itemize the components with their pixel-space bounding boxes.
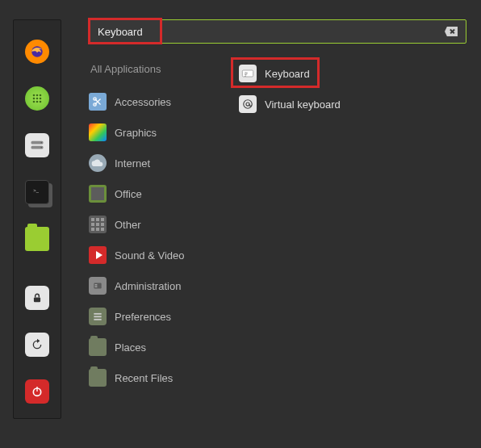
svg-rect-17 — [36, 387, 37, 391]
category-accessories[interactable]: Accessories — [89, 86, 224, 117]
category-recent-files[interactable]: Recent Files — [89, 362, 224, 393]
svg-point-2 — [36, 94, 39, 97]
category-label: Preferences — [115, 311, 171, 323]
category-label: Administration — [115, 280, 181, 292]
svg-text:>_: >_ — [33, 188, 39, 193]
category-label: Accessories — [115, 96, 171, 108]
folder-recent-icon — [89, 369, 107, 387]
svg-point-13 — [41, 147, 43, 149]
power-glyph — [31, 385, 44, 398]
firefox-icon[interactable] — [25, 40, 49, 64]
category-other[interactable]: Other — [89, 209, 224, 240]
preferences-icon — [89, 308, 107, 325]
svg-rect-20 — [94, 283, 101, 289]
svg-point-12 — [41, 142, 43, 144]
category-label: Office — [115, 188, 142, 200]
disks-glyph — [30, 140, 44, 151]
scissors-icon — [89, 93, 107, 111]
keyboard-icon: @2 — [239, 65, 257, 82]
search-row — [89, 19, 466, 44]
svg-point-30 — [246, 103, 249, 106]
terminal-icon[interactable]: >_ — [25, 180, 49, 204]
category-label: Places — [115, 341, 146, 354]
category-places[interactable]: Places — [89, 332, 224, 362]
firefox-glyph — [30, 44, 44, 59]
categories-list: All Applications Accessories Graphics In… — [89, 58, 224, 393]
category-graphics[interactable]: Graphics — [89, 117, 224, 148]
svg-rect-24 — [94, 316, 101, 317]
category-label: Other — [115, 219, 141, 231]
svg-point-9 — [40, 101, 42, 103]
category-internet[interactable]: Internet — [89, 148, 224, 178]
disks-icon[interactable] — [25, 133, 49, 157]
result-label: Keyboard — [265, 68, 310, 80]
admin-icon — [89, 277, 107, 295]
result-label: Virtual keyboard — [265, 98, 341, 111]
svg-rect-23 — [94, 313, 101, 315]
category-sound-video[interactable]: Sound & Video — [89, 240, 224, 270]
palette-icon — [89, 124, 107, 141]
menu-columns: All Applications Accessories Graphics In… — [89, 58, 473, 393]
power-icon[interactable] — [25, 379, 49, 404]
svg-rect-25 — [94, 319, 101, 320]
clear-search-button[interactable] — [445, 27, 458, 36]
lock-icon[interactable] — [25, 286, 49, 310]
reload-icon[interactable] — [25, 333, 49, 357]
result-virtual-keyboard[interactable]: Virtual keyboard — [234, 89, 473, 119]
at-icon — [239, 95, 257, 113]
svg-point-3 — [40, 94, 42, 97]
category-preferences[interactable]: Preferences — [89, 301, 224, 332]
favorites-sidebar: >_ — [13, 19, 61, 419]
category-label: Graphics — [115, 127, 157, 139]
terminal-glyph: >_ — [31, 186, 43, 198]
menu-body: All Applications Accessories Graphics In… — [89, 0, 481, 448]
office-icon — [89, 185, 107, 203]
apps-icon[interactable] — [25, 86, 49, 111]
svg-point-8 — [36, 101, 39, 103]
category-label: Internet — [115, 157, 150, 170]
lock-glyph — [31, 291, 43, 304]
svg-point-7 — [33, 101, 36, 103]
files-icon[interactable] — [25, 227, 49, 251]
category-all-applications[interactable]: All Applications — [89, 58, 224, 86]
svg-point-4 — [33, 98, 36, 100]
category-label: Recent Files — [115, 372, 173, 384]
cloud-icon — [89, 154, 107, 172]
category-office[interactable]: Office — [89, 178, 224, 209]
svg-point-29 — [244, 100, 253, 109]
svg-rect-22 — [95, 287, 98, 287]
svg-rect-15 — [34, 297, 40, 302]
results-list: @2 Keyboard Virtual keyboard — [224, 58, 473, 393]
svg-point-6 — [40, 98, 42, 100]
folder-icon — [89, 338, 107, 356]
search-input[interactable] — [98, 26, 445, 38]
grid-icon — [89, 216, 107, 233]
svg-point-5 — [36, 98, 39, 100]
svg-point-1 — [33, 94, 36, 97]
reload-glyph — [31, 338, 44, 351]
category-label: Sound & Video — [115, 249, 185, 262]
svg-rect-21 — [95, 284, 98, 285]
result-keyboard[interactable]: @2 Keyboard — [234, 58, 473, 89]
category-administration[interactable]: Administration — [89, 270, 224, 301]
apps-glyph — [31, 92, 44, 105]
play-icon — [89, 246, 107, 264]
